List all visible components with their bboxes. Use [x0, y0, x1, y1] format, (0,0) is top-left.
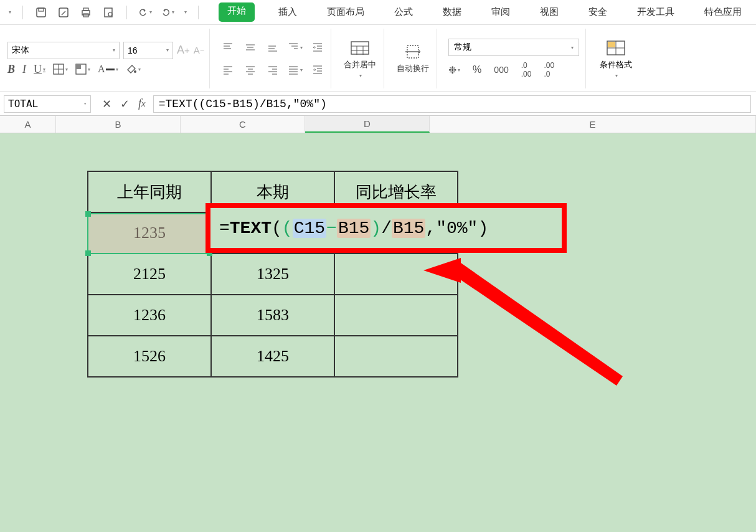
- svg-point-13: [134, 70, 136, 73]
- formula-input[interactable]: =TEXT((C15-B15)/B15,"0%"): [153, 95, 751, 113]
- confirm-formula-icon[interactable]: ✓: [120, 97, 130, 111]
- tok-minus: −: [326, 219, 337, 238]
- cancel-formula-icon[interactable]: ✕: [102, 97, 111, 111]
- cell[interactable]: 1236: [88, 295, 211, 336]
- wrap-label: 自动换行: [397, 63, 429, 74]
- tab-insert[interactable]: 插入: [272, 2, 303, 22]
- indent-increase-icon[interactable]: [309, 60, 326, 79]
- percent-icon[interactable]: %: [473, 64, 481, 75]
- chevron-down-icon: ▾: [615, 73, 618, 78]
- chevron-down-icon: ▾: [83, 101, 87, 107]
- bold-button[interactable]: B: [7, 63, 15, 76]
- align-justify-icon[interactable]: ▾: [287, 60, 303, 79]
- col-header-D[interactable]: D: [305, 116, 430, 133]
- header-prev-year[interactable]: 上年同期: [88, 171, 211, 212]
- cell[interactable]: 2125: [88, 254, 211, 295]
- align-middle-icon[interactable]: [242, 38, 258, 57]
- align-left-icon[interactable]: [220, 60, 236, 79]
- fx-icon[interactable]: fx: [138, 97, 146, 110]
- cell[interactable]: [334, 336, 458, 377]
- col-header-A[interactable]: A: [0, 116, 56, 133]
- increase-decimal-icon[interactable]: .0.00: [521, 61, 532, 78]
- col-header-B[interactable]: B: [56, 116, 181, 133]
- table-row: 1236 1583: [88, 295, 458, 336]
- decrease-font-icon[interactable]: A−: [194, 45, 204, 55]
- undo-icon[interactable]: ▾: [138, 6, 152, 19]
- svg-rect-50: [351, 42, 369, 54]
- border-button[interactable]: ▾: [53, 64, 68, 75]
- formula-text: =TEXT((C15-B15)/B15,"0%"): [159, 98, 327, 110]
- name-box-value: TOTAL: [8, 98, 38, 110]
- app-menu-dropdown[interactable]: ▾: [9, 9, 11, 15]
- currency-icon[interactable]: ❉▾: [448, 64, 460, 76]
- tab-view[interactable]: 视图: [534, 2, 565, 22]
- tab-formula[interactable]: 公式: [388, 2, 419, 22]
- ribbon: 宋体▾ 16▾ A+ A− B I U▾ ▾ ▾ A▾ ▾ ▾ ▾: [0, 25, 756, 92]
- merge-cells-icon: [350, 39, 370, 57]
- cell-style-button[interactable]: ▾: [75, 64, 90, 75]
- tok-format: "0%": [436, 219, 478, 238]
- tok-fn: TEXT: [230, 219, 272, 238]
- decrease-decimal-icon[interactable]: .00.0: [544, 61, 554, 78]
- underline-button[interactable]: U▾: [34, 63, 45, 76]
- cell[interactable]: [334, 254, 458, 295]
- merge-group[interactable]: 合并居中▾: [336, 29, 384, 88]
- cell[interactable]: 1583: [211, 295, 334, 336]
- name-box[interactable]: TOTAL▾: [4, 95, 91, 113]
- font-name-select[interactable]: 宋体▾: [7, 42, 120, 59]
- align-top-icon[interactable]: [220, 38, 236, 57]
- redo-icon[interactable]: ▾: [161, 6, 174, 19]
- tab-review[interactable]: 审阅: [485, 2, 516, 22]
- chevron-down-icon: ▾: [166, 47, 169, 53]
- selection-handle[interactable]: [85, 250, 91, 256]
- tok-rparen2: ): [371, 219, 381, 238]
- font-size-select[interactable]: 16▾: [123, 42, 173, 59]
- tab-layout[interactable]: 页面布局: [321, 2, 371, 22]
- svg-rect-59: [608, 42, 615, 47]
- quick-access-toolbar: ▾ ▾ ▾ ▾: [2, 6, 206, 19]
- qat-more-dropdown[interactable]: ▾: [184, 9, 187, 15]
- col-header-C[interactable]: C: [181, 116, 305, 133]
- tok-ref-b15: B15: [337, 219, 371, 238]
- align-right-icon[interactable]: [265, 60, 281, 79]
- italic-button[interactable]: I: [22, 63, 26, 76]
- print-icon[interactable]: [79, 6, 93, 19]
- table-row: 1526 1425: [88, 336, 458, 377]
- tok-rparen: ): [478, 219, 488, 238]
- conditional-format-icon: [606, 39, 626, 57]
- sheet-area[interactable]: 上年同期 本期 同比增长率 1235 2125 1325 1236 1583 1…: [0, 133, 756, 532]
- cond-format-group[interactable]: 条件格式▾: [591, 29, 641, 88]
- cell[interactable]: 1325: [211, 254, 334, 295]
- font-color-button[interactable]: A▾: [98, 64, 118, 75]
- save-as-icon[interactable]: [57, 6, 70, 19]
- formula-edit-overlay[interactable]: = TEXT ( ( C15 − B15 ) / B15 , "0%" ): [206, 203, 567, 253]
- orientation-icon[interactable]: ▾: [287, 38, 303, 57]
- selection-handle[interactable]: [85, 211, 91, 217]
- save-icon[interactable]: [34, 6, 48, 19]
- comma-style-icon[interactable]: 000: [494, 65, 508, 75]
- chevron-down-icon: ▾: [571, 45, 574, 50]
- merge-label: 合并居中: [344, 59, 376, 70]
- cell[interactable]: [334, 295, 458, 336]
- align-bottom-icon[interactable]: [265, 38, 281, 57]
- tab-dev[interactable]: 开发工具: [631, 2, 681, 22]
- align-center-icon[interactable]: [242, 60, 258, 79]
- col-header-E[interactable]: E: [430, 116, 756, 133]
- increase-font-icon[interactable]: A+: [177, 44, 190, 57]
- number-format-select[interactable]: 常规▾: [448, 39, 579, 56]
- print-preview-icon[interactable]: [102, 6, 115, 19]
- table-row: 2125 1325: [88, 254, 458, 295]
- fill-color-button[interactable]: ▾: [126, 64, 141, 75]
- tok-slash: /: [381, 219, 392, 238]
- indent-decrease-icon[interactable]: [309, 38, 326, 57]
- tab-data[interactable]: 数据: [437, 2, 468, 22]
- wrap-group[interactable]: 自动换行: [389, 29, 437, 88]
- tab-start[interactable]: 开始: [219, 2, 255, 22]
- cell[interactable]: 1425: [211, 336, 334, 377]
- separator: [22, 6, 23, 19]
- cell[interactable]: 1526: [88, 336, 211, 377]
- tab-special[interactable]: 特色应用: [698, 2, 748, 22]
- wrap-text-icon: [403, 43, 423, 60]
- tok-lparen2: (: [282, 219, 293, 238]
- tab-security[interactable]: 安全: [582, 2, 613, 22]
